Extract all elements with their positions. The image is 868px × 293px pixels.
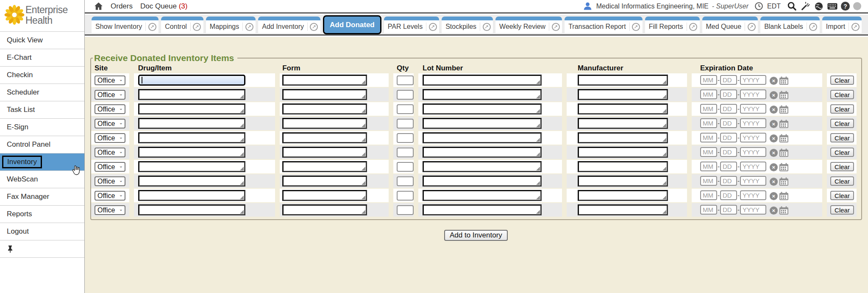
form-input[interactable] bbox=[282, 75, 367, 86]
drug-item-input[interactable] bbox=[138, 132, 245, 143]
drug-item-input[interactable] bbox=[138, 204, 245, 215]
drug-item-input[interactable] bbox=[138, 89, 245, 100]
site-select[interactable]: Office bbox=[95, 176, 125, 186]
exp-day-input[interactable] bbox=[720, 89, 737, 99]
clear-row-button[interactable]: Clear bbox=[830, 75, 854, 85]
sidebar-item-scheduler[interactable]: Scheduler bbox=[0, 84, 84, 101]
lot-number-input[interactable] bbox=[423, 103, 542, 114]
tab-fill-reports[interactable]: Fill Reports↗ bbox=[645, 17, 700, 33]
form-input[interactable] bbox=[282, 147, 367, 158]
site-select[interactable]: Office bbox=[95, 133, 125, 143]
qty-input[interactable] bbox=[397, 133, 414, 143]
site-select[interactable]: Office bbox=[95, 162, 125, 172]
clear-date-icon[interactable]: × bbox=[770, 206, 778, 215]
manufacturer-input[interactable] bbox=[578, 147, 668, 158]
exp-month-input[interactable] bbox=[700, 133, 717, 142]
search-icon[interactable] bbox=[787, 1, 797, 11]
clear-date-icon[interactable]: × bbox=[770, 134, 778, 142]
manufacturer-input[interactable] bbox=[578, 161, 668, 172]
sidebar-item-control-panel[interactable]: Control Panel bbox=[0, 136, 84, 153]
site-select[interactable]: Office bbox=[95, 90, 125, 100]
tab-mappings[interactable]: Mappings↗ bbox=[206, 17, 256, 33]
clear-row-button[interactable]: Clear bbox=[830, 176, 854, 186]
tab-add-inventory[interactable]: Add Inventory↗ bbox=[258, 17, 320, 33]
drug-item-input[interactable] bbox=[138, 103, 245, 114]
form-input[interactable] bbox=[282, 103, 367, 114]
open-in-new-icon[interactable]: ↗ bbox=[807, 23, 820, 31]
exp-year-input[interactable] bbox=[740, 104, 766, 114]
add-to-inventory-button[interactable]: Add to Inventory bbox=[444, 230, 508, 241]
manufacturer-input[interactable] bbox=[578, 190, 668, 201]
exp-month-input[interactable] bbox=[700, 89, 717, 99]
exp-month-input[interactable] bbox=[700, 75, 717, 85]
lot-number-input[interactable] bbox=[423, 132, 542, 143]
open-in-new-icon[interactable]: ↗ bbox=[745, 23, 758, 31]
calendar-icon[interactable] bbox=[779, 91, 789, 100]
form-input[interactable] bbox=[282, 176, 367, 187]
site-select[interactable]: Office bbox=[95, 205, 125, 215]
manufacturer-input[interactable] bbox=[578, 89, 668, 100]
calendar-icon[interactable] bbox=[779, 206, 789, 215]
home-icon[interactable] bbox=[94, 2, 103, 10]
tab-import[interactable]: Import↗ bbox=[822, 17, 862, 33]
exp-day-input[interactable] bbox=[720, 147, 737, 157]
lot-number-input[interactable] bbox=[423, 190, 542, 201]
clear-row-button[interactable]: Clear bbox=[830, 104, 854, 114]
clear-row-button[interactable]: Clear bbox=[830, 162, 854, 171]
form-input[interactable] bbox=[282, 132, 367, 143]
exp-year-input[interactable] bbox=[740, 162, 766, 171]
qty-input[interactable] bbox=[397, 176, 414, 186]
exp-day-input[interactable] bbox=[720, 133, 737, 142]
exp-year-input[interactable] bbox=[740, 205, 766, 215]
manufacturer-input[interactable] bbox=[578, 75, 668, 86]
exp-month-input[interactable] bbox=[700, 190, 717, 200]
exp-year-input[interactable] bbox=[740, 118, 766, 128]
exp-day-input[interactable] bbox=[720, 190, 737, 200]
form-input[interactable] bbox=[282, 118, 367, 129]
tab-transaction-report[interactable]: Transaction Report↗ bbox=[565, 17, 642, 33]
exp-year-input[interactable] bbox=[740, 133, 766, 142]
site-select[interactable]: Office bbox=[95, 148, 125, 157]
manufacturer-input[interactable] bbox=[578, 132, 668, 143]
exp-month-input[interactable] bbox=[700, 104, 717, 114]
exp-day-input[interactable] bbox=[720, 176, 737, 186]
wand-icon[interactable] bbox=[800, 1, 810, 11]
help-icon[interactable]: ? bbox=[841, 2, 850, 11]
exp-month-input[interactable] bbox=[700, 147, 717, 157]
clear-row-button[interactable]: Clear bbox=[830, 205, 854, 215]
sidebar-item-quick-view[interactable]: Quick View bbox=[0, 32, 84, 49]
clear-row-button[interactable]: Clear bbox=[830, 133, 854, 142]
qty-input[interactable] bbox=[397, 205, 414, 215]
calendar-icon[interactable] bbox=[779, 105, 789, 114]
manufacturer-input[interactable] bbox=[578, 176, 668, 187]
open-in-new-icon[interactable]: ↗ bbox=[426, 23, 439, 31]
clear-row-button[interactable]: Clear bbox=[830, 119, 854, 128]
drug-item-input[interactable] bbox=[138, 190, 245, 201]
sidebar-item-checkin[interactable]: Checkin bbox=[0, 67, 84, 84]
calendar-icon[interactable] bbox=[779, 120, 789, 128]
tab-blank-labels[interactable]: Blank Labels↗ bbox=[760, 17, 820, 33]
open-in-new-icon[interactable]: ↗ bbox=[243, 23, 256, 31]
clear-date-icon[interactable]: × bbox=[770, 120, 778, 128]
clear-date-icon[interactable]: × bbox=[770, 106, 778, 114]
open-in-new-icon[interactable]: ↗ bbox=[849, 23, 862, 31]
breadcrumb-doc-queue[interactable]: Doc Queue (3) bbox=[140, 2, 188, 11]
drug-item-input[interactable] bbox=[138, 176, 245, 187]
sidebar-item-logout[interactable]: Logout bbox=[0, 223, 84, 240]
form-input[interactable] bbox=[282, 204, 367, 215]
sidebar-item-e-chart[interactable]: E-Chart bbox=[0, 49, 84, 67]
drug-item-input[interactable] bbox=[138, 75, 245, 86]
exp-day-input[interactable] bbox=[720, 75, 737, 85]
drug-item-input[interactable] bbox=[138, 147, 245, 158]
calendar-icon[interactable] bbox=[779, 163, 789, 172]
lot-number-input[interactable] bbox=[423, 176, 542, 187]
tab-control[interactable]: Control↗ bbox=[161, 17, 203, 33]
manufacturer-input[interactable] bbox=[578, 118, 668, 129]
exp-year-input[interactable] bbox=[740, 89, 766, 99]
qty-input[interactable] bbox=[397, 148, 414, 157]
exp-month-input[interactable] bbox=[700, 205, 717, 215]
tab-med-queue[interactable]: Med Queue↗ bbox=[702, 17, 758, 33]
sidebar-item-fax-manager[interactable]: Fax Manager bbox=[0, 188, 84, 206]
sidebar-item-pin[interactable] bbox=[0, 240, 84, 258]
exp-year-input[interactable] bbox=[740, 190, 766, 200]
